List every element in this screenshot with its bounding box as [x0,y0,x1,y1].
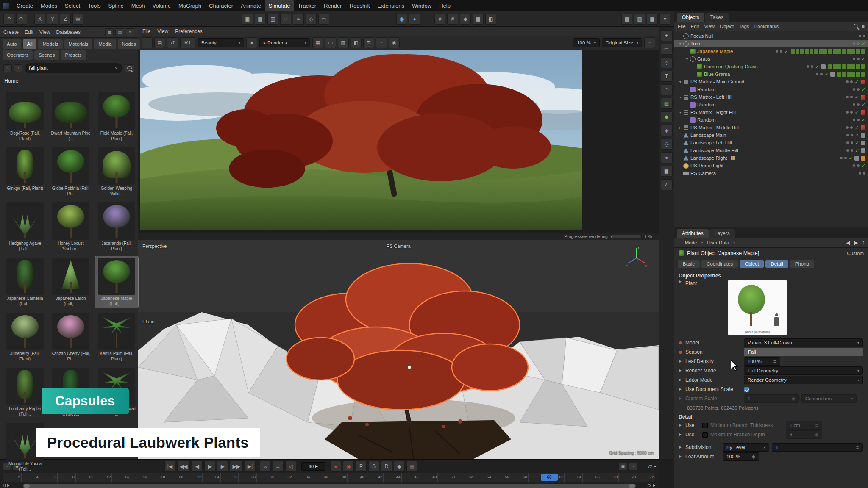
enabled-check-icon[interactable]: ✓ [862,102,865,108]
expander-icon[interactable] [678,424,683,427]
up-icon[interactable]: ↑ [862,240,865,246]
camera-name-label[interactable]: RS Camera [386,244,410,249]
simulate-scene-icon[interactable]: ≈ [293,14,304,25]
object-row[interactable]: ▸ RS Matrix - Middle Hill ✓ [674,124,868,131]
section-tab[interactable]: Detail [765,260,788,268]
plane-tool-icon[interactable]: ▭ [661,44,673,55]
object-type-icon[interactable] [683,41,689,47]
object-row[interactable]: RS Dome Light ✓ [674,162,868,169]
object-name[interactable]: Landscape Right Hill [690,155,735,161]
panel-tab[interactable]: Takes [705,13,729,22]
move-tool-icon[interactable]: + [661,30,673,41]
user-data-dropdown[interactable]: User Data [707,240,729,245]
render-visibility-dot[interactable] [857,88,860,91]
enabled-check-icon[interactable]: ✓ [855,148,859,153]
asset-item[interactable]: Dwarf Mountain Pine (... [49,91,92,143]
object-name[interactable]: RS Matrix - Main Ground [690,79,744,84]
add-folder-icon[interactable]: + [14,64,22,72]
leaf-amount-field[interactable]: 100 % [723,452,759,461]
asset-item[interactable]: Japanese Maple (Fall, ... [95,256,138,308]
timeline-tick[interactable]: 26 [221,473,239,482]
object-name[interactable]: RS Matrix - Middle Hill [690,125,739,130]
object-type-icon[interactable] [683,94,689,100]
redshift-rt-icon[interactable]: ● [409,14,420,25]
editor-visibility-dot[interactable] [853,164,855,167]
next-key-button[interactable]: ▶▶ [230,461,242,472]
menu-item[interactable]: Simulate [265,0,294,11]
expand-arrow-icon[interactable]: ▾ [678,42,683,46]
asset-item[interactable]: Juneberry (Fall, Plant) [3,311,47,363]
sphere-preview-icon[interactable]: ● [246,37,257,48]
editor-visibility-dot[interactable] [776,50,778,53]
filter-button[interactable]: Auto [3,39,21,49]
render-visibility-dot[interactable] [851,134,853,136]
render-visibility-dot[interactable] [851,141,853,144]
axis-y-button[interactable]: Y [47,14,58,25]
forward-icon[interactable]: ▶ [854,240,858,246]
enabled-check-icon[interactable]: ✓ [862,163,865,169]
expander-icon[interactable] [678,455,683,458]
search-icon[interactable] [854,24,858,28]
asset-item[interactable]: Japanese Camellia (Fal... [3,256,47,308]
section-tab[interactable]: Basic [678,260,700,268]
rt-toggle-button[interactable]: RT [180,37,195,48]
phong-tag-icon[interactable] [861,133,865,138]
editor-visibility-dot[interactable] [853,88,855,91]
filter-button[interactable]: Scenes [34,50,59,60]
enabled-check-icon[interactable]: ✓ [815,64,819,69]
object-name[interactable]: RS Camera [690,171,716,176]
timeline-tick[interactable]: 16 [130,473,148,482]
model-dropdown[interactable]: Variant 3 Full-Grown ▾ [744,338,863,347]
asset-menu-item[interactable]: Databases [56,29,81,35]
object-row[interactable]: Random ✓ [674,116,868,124]
asset-item[interactable]: Kanzan Cherry (Fall, Pl... [49,311,92,363]
object-name[interactable]: Random [697,87,715,92]
asset-menu-item[interactable]: View [39,29,50,35]
filter-button[interactable]: Operators [3,50,33,60]
editor-visibility-dot[interactable] [846,126,849,129]
redshift-ipr-icon[interactable]: ◉ [396,14,407,25]
object-row[interactable]: Focus Null ✓ [674,32,868,40]
timeline-tick[interactable]: 6 [39,473,58,482]
menu-item[interactable]: Create [13,0,37,11]
renderer-dropdown[interactable]: < Render > ▾ [259,38,310,47]
timeline-tick[interactable]: 22 [184,473,203,482]
goto-start-button[interactable]: |◀ [164,461,175,472]
object-row[interactable]: ▾ Tree ✓ [674,40,868,47]
record-position-icon[interactable]: P [356,461,367,472]
object-row[interactable]: Landscape Main ✓ [674,131,868,139]
enable-snap-icon[interactable]: ◆ [460,14,471,25]
enabled-check-icon[interactable]: ✓ [855,79,859,85]
timeline-ruler[interactable]: 2468101214161820222426283032343638404244… [3,473,655,482]
modeling-mode-icon[interactable]: ◇ [306,14,317,25]
render-visibility-dot[interactable] [863,35,865,37]
hamburger-icon[interactable]: ≡ [678,240,681,245]
expander-icon[interactable] [678,379,683,381]
editor-visibility-dot[interactable] [853,58,855,60]
pass-dropdown[interactable]: Beauty ▾ [198,38,244,47]
goto-end-button[interactable]: ▶| [245,461,256,472]
object-type-icon[interactable] [683,79,689,85]
motion-mode-icon[interactable]: ▣ [618,463,627,470]
grid-view-icon[interactable]: ▦ [105,28,114,36]
asset-item[interactable]: Japanese Larch (Fall, ... [49,256,92,308]
mode-dropdown[interactable]: Mode [685,240,697,245]
timeline-tick[interactable]: 10 [76,473,94,482]
asset-item[interactable]: Honey Locust 'Sunbur... [49,201,92,253]
quantize-icon[interactable]: # [447,14,458,25]
playhead[interactable]: 60 [541,474,558,481]
filter-button[interactable]: Media [94,39,116,49]
om-menu-item[interactable]: File [678,24,686,29]
timeline-tick[interactable]: 66 [583,473,601,482]
phong-tag-icon[interactable] [830,72,835,77]
coord-system-button[interactable]: W [72,14,83,25]
section-tab[interactable]: Phong [790,260,814,268]
subdivision-field[interactable]: 1 [772,443,863,452]
prev-frame-button[interactable]: ◀ [192,461,203,472]
filter-icon[interactable]: ≡ [862,24,865,29]
editor-visibility-dot[interactable] [846,96,849,98]
render-visibility-dot[interactable] [811,65,813,68]
save-image-icon[interactable]: ↓ [142,37,153,48]
enabled-check-icon[interactable]: ✓ [855,94,859,100]
object-row[interactable]: Blue Grama ✓ [674,70,868,78]
